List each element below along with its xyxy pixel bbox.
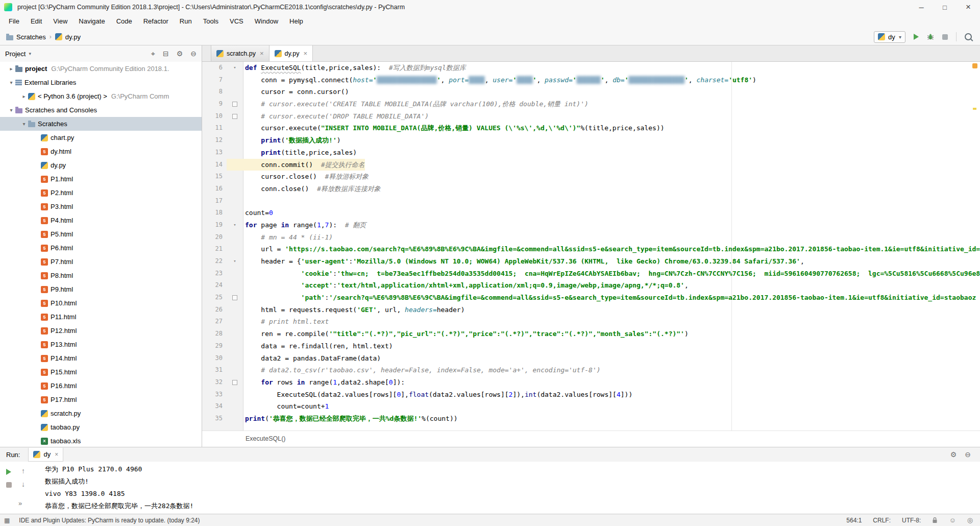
tree-item-project[interactable]: ▸projectG:\PyCharm Community Edition 201… <box>0 62 202 76</box>
tree-item--python-3.6-project-[interactable]: ▸< Python 3.6 (project) >G:\PyCharm Comm <box>0 89 202 103</box>
toolbar-separator <box>956 32 957 41</box>
fold-marker-icon[interactable] <box>227 292 243 304</box>
up-arrow-icon[interactable]: ↑ <box>21 467 25 475</box>
menu-item-file[interactable]: File <box>3 14 25 29</box>
tree-item-scratches-and-consoles[interactable]: ▾Scratches and Consoles <box>0 103 202 117</box>
run-button[interactable] <box>914 34 919 40</box>
tree-item-scratch.py[interactable]: scratch.py <box>0 407 202 420</box>
rerun-button[interactable] <box>6 469 11 475</box>
stop-button[interactable] <box>942 34 948 40</box>
tab-scratch.py[interactable]: scratch.py× <box>211 45 270 61</box>
fold-marker-icon[interactable]: ▾ <box>227 62 243 74</box>
tab-dy.py[interactable]: dy.py× <box>269 45 313 61</box>
minimize-button[interactable]: ─ <box>910 0 933 14</box>
code-text: # print html.text <box>243 316 329 328</box>
maximize-button[interactable]: □ <box>933 0 957 14</box>
menu-item-tools[interactable]: Tools <box>198 14 224 29</box>
menu-item-navigate[interactable]: Navigate <box>73 14 110 29</box>
menu-item-view[interactable]: View <box>47 14 73 29</box>
breadcrumb-item-scratches[interactable]: Scratches <box>6 33 46 41</box>
tree-item-p16.html[interactable]: P16.html <box>0 379 202 393</box>
tree-item-p8.html[interactable]: P8.html <box>0 269 202 282</box>
code-text: print('数据插入成功!') <box>243 134 341 147</box>
run-configuration-select[interactable]: dy ▾ <box>874 31 905 43</box>
menu-item-window[interactable]: Window <box>249 14 284 29</box>
menu-item-refactor[interactable]: Refactor <box>138 14 174 29</box>
gear-icon[interactable]: ⚙ <box>177 50 183 58</box>
tree-item-p10.html[interactable]: P10.html <box>0 296 202 310</box>
editor-breadcrumb[interactable]: ExecuteSQL() <box>202 431 980 447</box>
run-output-line: 数据插入成功! <box>45 475 975 488</box>
tree-item-p9.html[interactable]: P9.html <box>0 282 202 296</box>
stop-button[interactable] <box>6 482 12 488</box>
tree-item-taobao.py[interactable]: taobao.py <box>0 420 202 434</box>
project-panel-title[interactable]: Project ▾ <box>5 50 31 58</box>
run-output-line: vivo Y83 1398.0 4185 <box>45 488 975 500</box>
debug-button[interactable] <box>927 33 934 40</box>
background-tasks-icon[interactable]: ◎ <box>967 516 973 524</box>
menu-item-run[interactable]: Run <box>174 14 198 29</box>
tree-item-dy.py[interactable]: dy.py <box>0 158 202 172</box>
tree-item-chart.py[interactable]: chart.py <box>0 131 202 145</box>
encoding-indicator[interactable]: UTF-8: <box>902 517 921 524</box>
tree-item-p4.html[interactable]: P4.html <box>0 213 202 227</box>
tree-item-p7.html[interactable]: P7.html <box>0 255 202 269</box>
collapse-all-icon[interactable]: ⊟ <box>163 50 169 58</box>
chevron-right-icon[interactable]: ▸ <box>7 66 15 71</box>
tree-item-p6.html[interactable]: P6.html <box>0 241 202 255</box>
tree-item-p14.html[interactable]: P14.html <box>0 351 202 365</box>
gear-icon[interactable]: ⚙ <box>950 450 957 459</box>
line-ending-indicator[interactable]: CRLF: <box>873 517 891 524</box>
tree-item-p3.html[interactable]: P3.html <box>0 200 202 213</box>
close-button[interactable]: × <box>957 0 980 14</box>
line-number: 26 <box>202 304 227 316</box>
hide-panel-icon[interactable]: ⊖ <box>190 50 197 58</box>
down-arrow-icon[interactable]: ↓ <box>21 480 25 488</box>
tree-item-p12.html[interactable]: P12.html <box>0 324 202 338</box>
tree-item-p13.html[interactable]: P13.html <box>0 338 202 351</box>
line-number: 9 <box>202 98 227 110</box>
tree-item-p11.html[interactable]: P11.html <box>0 310 202 324</box>
chevron-down-icon[interactable]: ▾ <box>7 107 15 113</box>
tree-item-label: P3.html <box>51 203 73 210</box>
code-area[interactable]: 6▾def ExecuteSQL(title,price,sales): #写入… <box>202 62 980 431</box>
hide-panel-icon[interactable]: ⊖ <box>965 450 971 459</box>
menu-item-code[interactable]: Code <box>111 14 138 29</box>
search-everywhere-button[interactable] <box>965 33 972 40</box>
tree-item-p15.html[interactable]: P15.html <box>0 365 202 379</box>
more-icon[interactable]: » <box>18 499 22 507</box>
menu-item-vcs[interactable]: VCS <box>224 14 249 29</box>
tree-item-p1.html[interactable]: P1.html <box>0 172 202 186</box>
run-output[interactable]: 华为 P10 Plus 2170.0 4960数据插入成功!vivo Y83 1… <box>45 463 975 514</box>
code-text: 'cookie':'thw=cn; t=be73ea5ec1ffbeb254d0… <box>243 268 980 280</box>
tree-item-taobao.xls[interactable]: taobao.xls <box>0 434 202 447</box>
caret-position[interactable]: 564:1 <box>846 517 862 524</box>
fold-marker-icon[interactable] <box>227 98 243 110</box>
run-tab-dy[interactable]: dy × <box>28 448 63 462</box>
inspections-hector-icon[interactable]: ☺ <box>949 516 955 524</box>
tree-item-dy.html[interactable]: dy.html <box>0 145 202 158</box>
chevron-right-icon[interactable]: ▸ <box>20 93 28 99</box>
tree-item-p17.html[interactable]: P17.html <box>0 393 202 407</box>
fold-spacer <box>227 231 243 244</box>
chevron-down-icon[interactable]: ▾ <box>7 80 15 85</box>
menu-item-edit[interactable]: Edit <box>25 14 47 29</box>
locate-file-icon[interactable]: ⌖ <box>151 50 155 58</box>
html-file-icon <box>41 148 48 155</box>
menu-item-help[interactable]: Help <box>284 14 309 29</box>
fold-marker-icon[interactable]: ▾ <box>227 255 243 268</box>
close-icon[interactable]: × <box>304 50 308 57</box>
tree-item-p2.html[interactable]: P2.html <box>0 186 202 200</box>
fold-marker-icon[interactable] <box>227 110 243 123</box>
chevron-down-icon[interactable]: ▾ <box>20 121 28 127</box>
tree-item-scratches[interactable]: ▾Scratches <box>0 117 202 131</box>
tree-item-p5.html[interactable]: P5.html <box>0 227 202 241</box>
close-icon[interactable]: × <box>260 50 264 57</box>
breadcrumb-item-dy.py[interactable]: dy.py <box>55 33 81 41</box>
close-icon[interactable]: × <box>55 451 58 458</box>
fold-marker-icon[interactable] <box>227 376 243 389</box>
tree-item-external-libraries[interactable]: ▾External Libraries <box>0 76 202 89</box>
fold-marker-icon[interactable]: ▾ <box>227 219 243 231</box>
lock-icon[interactable] <box>932 517 938 523</box>
toolwindow-toggle-icon[interactable]: ▦ <box>4 517 10 524</box>
